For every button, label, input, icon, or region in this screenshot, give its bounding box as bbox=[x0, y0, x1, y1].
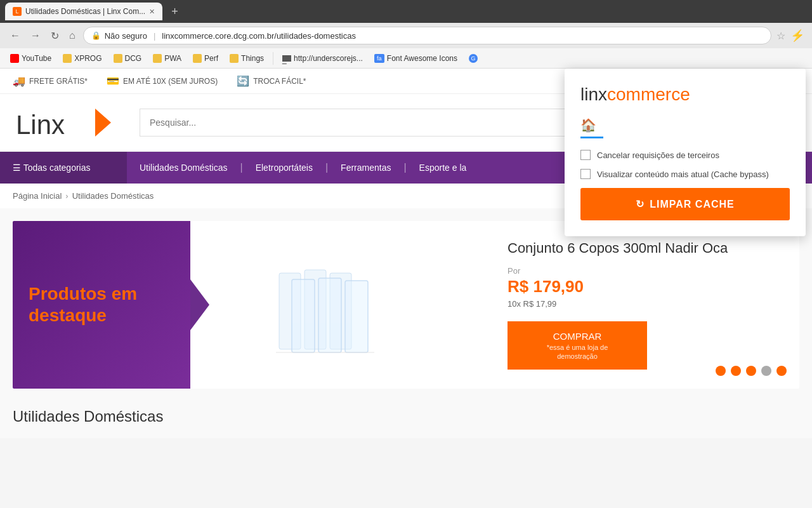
browser-tab[interactable]: L Utilidades Domésticas | Linx Com... ✕ bbox=[5, 3, 162, 20]
slider-dot-3[interactable] bbox=[746, 366, 756, 376]
clear-cache-label: LIMPAR CACHE bbox=[650, 199, 734, 210]
product-name: Conjunto 6 Copos 300ml Nadir Oca bbox=[508, 240, 787, 257]
categories-button[interactable]: ☰ Todas categorias bbox=[0, 152, 127, 184]
reload-btn[interactable]: ↻ bbox=[48, 30, 62, 42]
clear-cache-button[interactable]: ↻ LIMPAR CACHE bbox=[580, 188, 790, 220]
tab-close-btn[interactable]: ✕ bbox=[149, 8, 155, 16]
slider-dot-2[interactable] bbox=[731, 366, 741, 376]
new-tab-btn[interactable]: + bbox=[167, 5, 182, 18]
underscore-icon: _ bbox=[282, 55, 291, 62]
slider-dots bbox=[716, 366, 787, 376]
svg-rect-5 bbox=[292, 279, 315, 352]
popup-home-btn[interactable]: 🏠 bbox=[580, 117, 790, 133]
buy-btn-label: COMPRAR bbox=[553, 331, 602, 342]
buy-btn-sub: *essa é uma loja de demostração bbox=[533, 343, 622, 361]
featured-text: Produtos em destaque bbox=[29, 283, 137, 326]
troca-label: TROCA FÁCIL* bbox=[253, 77, 306, 86]
recycle-icon: 🔄 bbox=[237, 75, 249, 87]
perf-icon bbox=[193, 54, 202, 63]
bookmark-things-label: Things bbox=[241, 54, 264, 63]
product-image-area bbox=[190, 221, 495, 389]
product-info: Conjunto 6 Copos 300ml Nadir Oca Por R$ … bbox=[495, 221, 799, 389]
product-price: R$ 179,90 bbox=[508, 277, 787, 297]
section-title: Utilidades Domésticas bbox=[13, 408, 799, 425]
juros-label: EM ATÉ 10X (SEM JUROS) bbox=[123, 77, 218, 86]
bookmark-underscore[interactable]: _ http://underscorejs... bbox=[277, 51, 368, 65]
xprog-icon bbox=[63, 54, 72, 63]
popup-home-section: 🏠 bbox=[580, 117, 790, 138]
breadcrumb-sep: › bbox=[65, 191, 68, 201]
bookmark-separator bbox=[273, 52, 273, 65]
bookmark-pwa[interactable]: PWA bbox=[148, 51, 187, 65]
home-btn[interactable]: ⌂ bbox=[67, 30, 78, 41]
svg-marker-1 bbox=[95, 109, 111, 137]
slider-dot-1[interactable] bbox=[716, 366, 726, 376]
nav-links: Utilidades Domésticas | Eletroportáteis … bbox=[127, 152, 479, 184]
address-url: linxcommerce.core.dcg.com.br/utilidades-… bbox=[162, 31, 356, 41]
forward-btn[interactable]: → bbox=[28, 30, 43, 41]
address-field[interactable]: 🔒 Não seguro | linxcommerce.core.dcg.com… bbox=[83, 27, 771, 44]
bookmark-star-btn[interactable]: ☆ bbox=[776, 30, 785, 42]
slider-dot-5[interactable] bbox=[776, 366, 787, 376]
dcg-icon bbox=[114, 54, 122, 63]
browser-titlebar: L Utilidades Domésticas | Linx Com... ✕ … bbox=[0, 0, 812, 23]
back-btn[interactable]: ← bbox=[8, 30, 23, 41]
featured-line1: Produtos em bbox=[29, 284, 137, 304]
bookmark-things[interactable]: Things bbox=[225, 51, 269, 65]
product-price-label: Por bbox=[508, 266, 787, 276]
cache-bypass-label: Visualizar conteúdo mais atual (Cache by… bbox=[597, 170, 769, 179]
fontawesome-icon: fa bbox=[374, 54, 384, 63]
buy-button[interactable]: COMPRAR *essa é uma loja de demostração bbox=[508, 321, 647, 370]
main-content: Produtos em destaque bbox=[0, 208, 812, 438]
pwa-icon bbox=[153, 54, 162, 63]
nav-link-utilidades[interactable]: Utilidades Domésticas bbox=[127, 152, 240, 184]
bookmark-perf[interactable]: Perf bbox=[188, 51, 223, 65]
youtube-icon bbox=[10, 54, 19, 63]
popup-logo-linx: linx bbox=[580, 84, 607, 105]
featured-section: Produtos em destaque bbox=[13, 221, 799, 389]
product-installment: 10x R$ 17,99 bbox=[508, 299, 787, 309]
card-icon: 💳 bbox=[107, 75, 119, 87]
frete-info: 🚚 FRETE GRÁTIS* bbox=[13, 75, 88, 87]
popup-checkbox-row-2: Visualizar conteúdo mais atual (Cache by… bbox=[580, 169, 790, 179]
nav-link-esporte[interactable]: Esporte e la bbox=[407, 152, 480, 184]
popup-logo: linx commerce bbox=[580, 84, 790, 105]
popup-home-underline bbox=[580, 137, 603, 138]
svg-rect-6 bbox=[318, 278, 341, 352]
featured-line2: destaque bbox=[29, 305, 107, 325]
bookmark-google[interactable]: G bbox=[464, 51, 483, 65]
bookmark-youtube-label: YouTube bbox=[22, 54, 51, 63]
tab-title: Utilidades Domésticas | Linx Com... bbox=[25, 7, 145, 16]
frete-label: FRETE GRÁTIS* bbox=[29, 77, 88, 86]
address-separator: | bbox=[154, 31, 155, 41]
cancel-requests-label: Cancelar requisições de terceiros bbox=[597, 150, 719, 160]
svg-text:Linx: Linx bbox=[16, 110, 65, 140]
slider-dot-4[interactable] bbox=[761, 366, 771, 376]
popup-checkbox-row-1: Cancelar requisições de terceiros bbox=[580, 150, 790, 160]
home-icon: 🏠 bbox=[580, 118, 596, 132]
linx-icon: ⚡ bbox=[790, 29, 804, 43]
bookmark-youtube[interactable]: YouTube bbox=[5, 51, 56, 65]
cache-bypass-checkbox[interactable] bbox=[580, 169, 591, 179]
troca-info: 🔄 TROCA FÁCIL* bbox=[237, 75, 306, 87]
nav-link-ferramentas[interactable]: Ferramentas bbox=[328, 152, 403, 184]
bookmark-perf-label: Perf bbox=[204, 54, 218, 63]
bookmark-fontawesome[interactable]: fa Font Awesome Icons bbox=[369, 51, 462, 65]
nav-link-eletro[interactable]: Eletroportáteis bbox=[243, 152, 325, 184]
breadcrumb-home[interactable]: Página Inicial bbox=[13, 191, 62, 201]
bookmark-pwa-label: PWA bbox=[164, 54, 181, 63]
cancel-requests-checkbox[interactable] bbox=[580, 150, 591, 160]
breadcrumb-current: Utilidades Domésticas bbox=[72, 191, 154, 201]
bookmark-dcg[interactable]: DCG bbox=[108, 51, 147, 65]
bookmark-xprog[interactable]: XPROG bbox=[58, 51, 107, 65]
popup-logo-commerce: commerce bbox=[607, 84, 690, 105]
juros-info: 💳 EM ATÉ 10X (SEM JUROS) bbox=[107, 75, 218, 87]
bookmark-dcg-label: DCG bbox=[125, 54, 142, 63]
things-icon bbox=[230, 54, 239, 63]
bookmarks-bar: YouTube XPROG DCG PWA Perf Things _ http… bbox=[0, 48, 812, 69]
lock-icon: 🔒 bbox=[91, 31, 101, 40]
not-secure-label: Não seguro bbox=[105, 31, 147, 41]
bookmark-underscore-label: http://underscorejs... bbox=[294, 54, 363, 63]
refresh-icon: ↻ bbox=[636, 198, 645, 210]
linx-logo-svg: Linx bbox=[13, 104, 114, 142]
